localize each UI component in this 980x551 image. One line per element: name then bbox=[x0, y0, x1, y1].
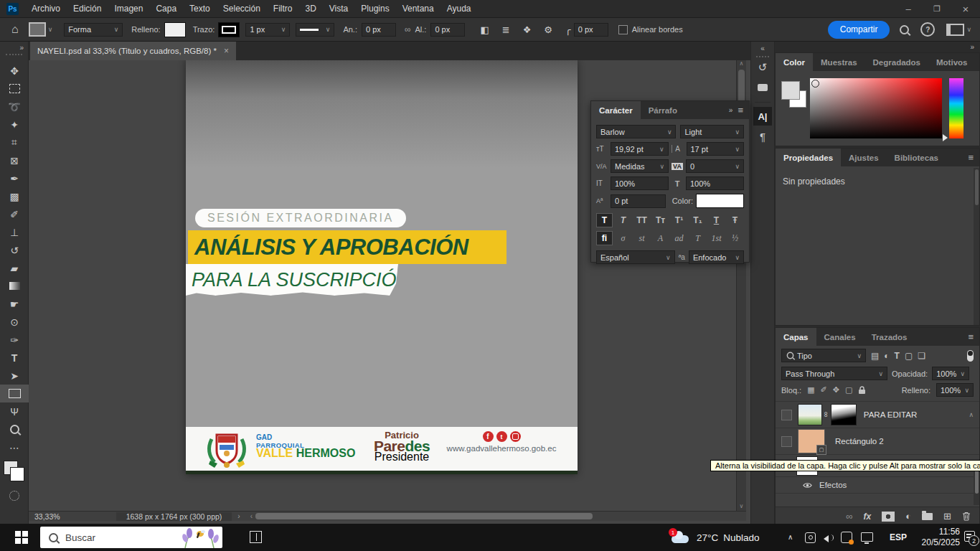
status-expand-icon[interactable]: › bbox=[237, 512, 240, 520]
filter-pixel-layers-icon[interactable]: ▤ bbox=[871, 351, 879, 361]
tab-propiedades[interactable]: Propiedades bbox=[776, 149, 841, 166]
height-input[interactable]: 0 px bbox=[430, 23, 465, 37]
titling-alternates-button[interactable]: T bbox=[689, 231, 706, 245]
new-layer-icon[interactable]: ⊞ bbox=[943, 511, 951, 522]
discretionary-ligatures-button[interactable]: st bbox=[633, 231, 650, 245]
search-icon[interactable] bbox=[900, 25, 909, 34]
move-tool[interactable]: ✥ bbox=[0, 62, 29, 80]
filter-smart-objects-icon[interactable]: ❏ bbox=[918, 351, 925, 361]
tab-parrafo[interactable]: Párrafo bbox=[641, 101, 685, 119]
menu-plugins[interactable]: Plugins bbox=[354, 4, 395, 14]
menu-vista[interactable]: Vista bbox=[323, 4, 354, 14]
tab-caracter[interactable]: Carácter bbox=[591, 101, 641, 119]
tab-trazados[interactable]: Trazados bbox=[864, 328, 915, 346]
lock-position-icon[interactable]: ✥ bbox=[833, 385, 839, 395]
panel-foreground-swatch[interactable] bbox=[781, 81, 800, 100]
menu-edicion[interactable]: Edición bbox=[67, 4, 108, 14]
notification-center-button[interactable]: 2 bbox=[964, 531, 976, 542]
tool-mode-select[interactable]: Forma∨ bbox=[64, 23, 123, 37]
weather-widget[interactable]: 1 27°C Nublado bbox=[672, 524, 759, 551]
help-icon[interactable]: ? bbox=[920, 22, 935, 37]
visibility-checkbox-rectangulo-2[interactable] bbox=[781, 436, 792, 447]
color-picker-ring[interactable] bbox=[811, 80, 819, 88]
edit-toolbar-icon[interactable]: ⋯ bbox=[0, 438, 29, 456]
stylistic-alternates-button[interactable]: ad bbox=[671, 231, 687, 245]
share-button[interactable]: Compartir bbox=[828, 21, 890, 39]
path-arrangement-icon[interactable]: ❖ bbox=[517, 24, 538, 35]
layers-panel-menu-icon[interactable]: ≡ bbox=[968, 331, 974, 342]
marquee-tool[interactable] bbox=[0, 80, 29, 98]
kerning-select[interactable]: Medidas∨ bbox=[611, 159, 669, 173]
panel-menu-icon[interactable]: ≡ bbox=[738, 105, 743, 116]
hue-slider-arrow[interactable] bbox=[943, 134, 948, 141]
menu-imagen[interactable]: Imagen bbox=[108, 4, 149, 14]
quick-mask-icon[interactable] bbox=[0, 486, 29, 504]
crop-tool[interactable]: ⌗ bbox=[0, 133, 29, 151]
language-select[interactable]: Español∨ bbox=[596, 250, 675, 264]
scroll-up-icon[interactable]: ∧ bbox=[737, 60, 746, 67]
layer-row-para-editar[interactable]: ∞ PARA EDITAR ∧ bbox=[776, 402, 979, 428]
all-caps-button[interactable]: TT bbox=[633, 213, 650, 227]
horizontal-scale-input[interactable]: 100% bbox=[686, 176, 744, 190]
width-input[interactable]: 0 px bbox=[362, 23, 396, 37]
corner-radius-input[interactable]: 0 px bbox=[574, 23, 608, 37]
filter-toggle-switch[interactable] bbox=[967, 350, 974, 362]
dodge-tool[interactable]: ⊙ bbox=[0, 313, 29, 331]
menu-ayuda[interactable]: Ayuda bbox=[440, 4, 478, 14]
panels-collapse-icon[interactable]: » bbox=[775, 42, 980, 52]
document-info[interactable]: 1638 px x 1764 px (300 ppp) bbox=[116, 512, 232, 521]
tab-ajustes[interactable]: Ajustes bbox=[841, 149, 887, 166]
frame-tool[interactable]: ⊠ bbox=[0, 151, 29, 169]
lock-pixels-icon[interactable]: ✐ bbox=[821, 385, 827, 395]
hscroll-left-icon[interactable]: ‹ bbox=[250, 512, 253, 520]
workspace-icon[interactable] bbox=[946, 24, 964, 36]
fill-swatch[interactable] bbox=[164, 22, 186, 37]
opacity-select[interactable]: 100%∨ bbox=[932, 367, 969, 380]
tab-motivos[interactable]: Motivos bbox=[928, 53, 975, 71]
text-color-swatch[interactable] bbox=[696, 194, 744, 208]
antialias-select[interactable]: Enfocado∨ bbox=[689, 250, 744, 264]
restore-button[interactable]: ❐ bbox=[923, 0, 951, 17]
home-icon[interactable]: ⌂ bbox=[11, 23, 19, 36]
tracking-select[interactable]: 0∨ bbox=[686, 159, 744, 173]
clock[interactable]: 11:56 20/5/2025 bbox=[917, 527, 960, 548]
minimize-button[interactable]: – bbox=[894, 0, 923, 17]
document-tab[interactable]: NAYELI.psd al 33,3% (Titulo y cuadros, R… bbox=[30, 42, 236, 60]
start-button[interactable] bbox=[7, 524, 36, 551]
pen-tool[interactable]: ✑ bbox=[0, 331, 29, 349]
history-brush-tool[interactable]: ↺ bbox=[0, 241, 29, 259]
hue-slider[interactable] bbox=[949, 78, 963, 138]
link-dimensions-icon[interactable]: ∞ bbox=[405, 24, 411, 34]
new-group-icon[interactable] bbox=[922, 513, 933, 520]
ligatures-button[interactable]: fi bbox=[596, 231, 613, 245]
superscript-button[interactable]: T¹ bbox=[671, 213, 687, 227]
stroke-width-select[interactable]: 1 px∨ bbox=[245, 23, 290, 37]
tab-muestras[interactable]: Muestras bbox=[813, 53, 865, 71]
visibility-eye-efectos[interactable] bbox=[797, 482, 818, 489]
fill-opacity-select[interactable]: 100%∨ bbox=[936, 383, 974, 397]
color-swatches[interactable] bbox=[4, 461, 25, 482]
gradient-tool[interactable] bbox=[0, 277, 29, 295]
tab-bibliotecas[interactable]: Bibliotecas bbox=[887, 149, 946, 166]
layer-style-fx-icon[interactable]: fx bbox=[864, 512, 872, 522]
blend-mode-select[interactable]: Pass Through∨ bbox=[781, 367, 887, 380]
visibility-checkbox-para-editar[interactable] bbox=[781, 410, 792, 420]
tab-capas[interactable]: Capas bbox=[776, 328, 816, 346]
menu-texto[interactable]: Texto bbox=[183, 4, 217, 14]
add-mask-icon[interactable] bbox=[882, 512, 895, 522]
tray-chevron-icon[interactable]: ∧ bbox=[788, 533, 793, 541]
properties-panel-menu-icon[interactable]: ≡ bbox=[968, 152, 974, 163]
adjustment-layer-icon[interactable]: ◐ bbox=[905, 511, 911, 522]
menu-seleccion[interactable]: Selección bbox=[217, 4, 267, 14]
path-alignment-icon[interactable]: ≣ bbox=[496, 24, 517, 35]
leading-select[interactable]: 17 pt∨ bbox=[687, 142, 745, 156]
comments-panel-icon[interactable] bbox=[751, 77, 774, 98]
path-selection-tool[interactable]: ➤ bbox=[0, 367, 29, 385]
effects-label[interactable]: Efectos bbox=[819, 481, 847, 489]
delete-layer-icon[interactable] bbox=[962, 512, 971, 521]
faux-bold-button[interactable]: T bbox=[596, 213, 613, 227]
tab-color[interactable]: Color bbox=[776, 53, 813, 71]
menu-filtro[interactable]: Filtro bbox=[267, 4, 299, 14]
tray-volume-icon[interactable] bbox=[824, 532, 834, 545]
vertical-scale-input[interactable]: 100% bbox=[611, 176, 669, 190]
